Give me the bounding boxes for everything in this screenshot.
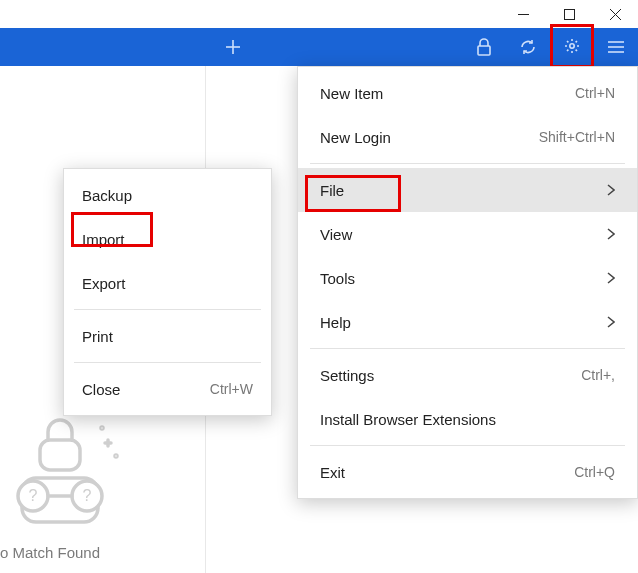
menu-item-shortcut: Ctrl+N (575, 85, 615, 101)
svg-text:?: ? (29, 487, 38, 504)
menu-item-new-item[interactable]: New Item Ctrl+N (298, 71, 637, 115)
file-submenu: Backup Import Export Print Close Ctrl+W (63, 168, 272, 416)
svg-point-19 (115, 455, 117, 457)
menu-item-shortcut: Shift+Ctrl+N (539, 129, 615, 145)
menu-item-label: Help (320, 314, 351, 331)
submenu-item-label: Close (82, 381, 120, 398)
submenu-item-label: Print (82, 328, 113, 345)
hamburger-menu-icon[interactable] (594, 28, 638, 66)
menu-item-label: New Item (320, 85, 383, 102)
menu-item-view[interactable]: View (298, 212, 637, 256)
svg-point-7 (570, 43, 574, 47)
empty-state-illustration: ? ? (0, 400, 130, 530)
app-toolbar (0, 28, 638, 66)
menu-item-new-login[interactable]: New Login Shift+Ctrl+N (298, 115, 637, 159)
chevron-right-icon (607, 182, 615, 199)
menu-item-shortcut: Ctrl+, (581, 367, 615, 383)
menu-item-label: View (320, 226, 352, 243)
window-close-button[interactable] (592, 0, 638, 28)
menu-item-label: Exit (320, 464, 345, 481)
menu-item-tools[interactable]: Tools (298, 256, 637, 300)
settings-menu: New Item Ctrl+N New Login Shift+Ctrl+N F… (297, 66, 638, 499)
menu-item-label: New Login (320, 129, 391, 146)
svg-rect-1 (564, 9, 574, 19)
menu-item-shortcut: Ctrl+Q (574, 464, 615, 480)
empty-state: ? ? o Match Found (0, 400, 205, 561)
lock-icon[interactable] (462, 28, 506, 66)
submenu-item-shortcut: Ctrl+W (210, 381, 253, 397)
menu-item-label: Install Browser Extensions (320, 411, 496, 428)
menu-separator (310, 163, 625, 164)
svg-rect-6 (478, 46, 490, 55)
submenu-item-label: Backup (82, 187, 132, 204)
submenu-item-export[interactable]: Export (64, 261, 271, 305)
submenu-separator (74, 309, 261, 310)
submenu-item-print[interactable]: Print (64, 314, 271, 358)
menu-item-file[interactable]: File (298, 168, 637, 212)
svg-text:?: ? (83, 487, 92, 504)
settings-button-highlight (550, 24, 594, 68)
menu-separator (310, 348, 625, 349)
menu-item-exit[interactable]: Exit Ctrl+Q (298, 450, 637, 494)
submenu-item-label: Import (82, 231, 125, 248)
menu-item-help[interactable]: Help (298, 300, 637, 344)
menu-item-extensions[interactable]: Install Browser Extensions (298, 397, 637, 441)
gear-icon[interactable] (563, 37, 581, 55)
menu-item-settings[interactable]: Settings Ctrl+, (298, 353, 637, 397)
chevron-right-icon (607, 314, 615, 331)
submenu-item-label: Export (82, 275, 125, 292)
sync-icon[interactable] (506, 28, 550, 66)
chevron-right-icon (607, 226, 615, 243)
submenu-item-import[interactable]: Import (64, 217, 271, 261)
submenu-item-close[interactable]: Close Ctrl+W (64, 367, 271, 411)
menu-item-label: Tools (320, 270, 355, 287)
chevron-right-icon (607, 270, 615, 287)
menu-separator (310, 445, 625, 446)
submenu-item-backup[interactable]: Backup (64, 173, 271, 217)
submenu-separator (74, 362, 261, 363)
window-minimize-button[interactable] (500, 0, 546, 28)
add-button[interactable] (211, 28, 255, 66)
empty-state-text: o Match Found (0, 544, 100, 561)
svg-point-18 (101, 427, 103, 429)
window-titlebar (0, 0, 638, 28)
menu-item-label: Settings (320, 367, 374, 384)
menu-item-label: File (320, 182, 344, 199)
svg-rect-12 (40, 440, 80, 470)
